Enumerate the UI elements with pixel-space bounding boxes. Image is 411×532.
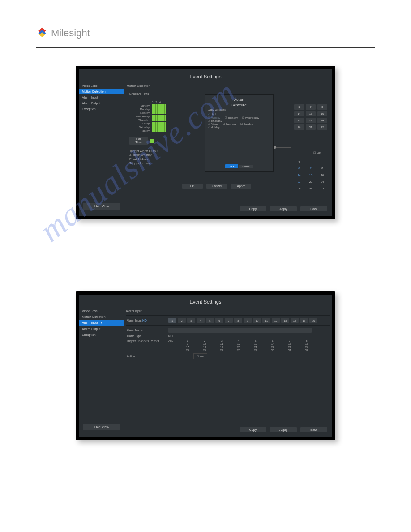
schedule-bar[interactable]: [152, 125, 166, 129]
sidebar: Video Loss Motion Detection Alarm Input …: [79, 308, 124, 425]
dialog-ok-button[interactable]: OK ▸: [225, 164, 238, 168]
sidebar-item-alarm-output[interactable]: Alarm Output: [79, 326, 124, 332]
app-title: Event Settings: [79, 69, 332, 83]
alarm-name-label: Alarm Name: [126, 329, 168, 332]
all-checkbox[interactable]: ALL: [212, 113, 217, 116]
schedule-dialog: Action Schedule Copy Weekday ☑ALL ☐ Mond…: [205, 94, 274, 172]
main-panel: Alarm Input Alarm Input NO 1 2 3 4 5 6 7: [124, 308, 332, 425]
trigger-channels-label: Trigger Channels Record: [126, 339, 168, 343]
copy-button[interactable]: Copy: [240, 206, 266, 211]
schedule-bar[interactable]: [152, 104, 166, 107]
screenshot-1: Event Settings Video Loss Motion Detecti…: [76, 66, 335, 219]
alarm-type-value[interactable]: NO: [168, 335, 173, 338]
section-header: Alarm Input: [126, 308, 330, 314]
schedule-bar[interactable]: [152, 115, 166, 118]
doc-header: Milesight: [36, 27, 375, 48]
brand-name: Milesight: [51, 27, 90, 39]
alarm-input-selector: 1 2 3 4 5 6 7 8 9 10 11 12 13: [168, 318, 317, 323]
schedule-bar[interactable]: [152, 122, 166, 125]
channel-grid-top: 678 141516 222324 303132: [294, 104, 327, 131]
sidebar: Video Loss Motion Detection Alarm Input …: [79, 83, 124, 204]
alarm-type-label: Alarm Type: [126, 335, 168, 338]
cancel-button[interactable]: Cancel: [206, 184, 227, 189]
sidebar-item-alarm-input[interactable]: Alarm Input: [79, 94, 124, 100]
section-header: Motion Detection: [127, 83, 329, 89]
main-panel: Motion Detection Effective Time 0 2 4 Su…: [124, 83, 332, 204]
app-title: Event Settings: [79, 295, 332, 308]
dialog-action-title: Action: [208, 98, 270, 102]
sidebar-item-video-loss[interactable]: Video Loss: [79, 308, 124, 314]
sensitivity-slider-thumb[interactable]: [273, 146, 276, 149]
channel-grid: 12345678 910111213141516 171819202122232…: [181, 339, 313, 352]
back-button[interactable]: Back: [300, 427, 327, 432]
screenshot-2: Event Settings Video Loss Motion Detecti…: [76, 291, 335, 440]
apply-button[interactable]: Apply: [270, 427, 297, 432]
sensitivity-value: 5: [325, 145, 326, 148]
schedule-bar[interactable]: [152, 107, 166, 111]
effective-time-label: Effective Time: [127, 92, 154, 95]
edit-time-button[interactable]: Edit Time: [129, 137, 148, 145]
live-view-button[interactable]: Live View: [83, 203, 120, 210]
channel-grid-bottom: 4 678 141516 222324 303132: [294, 159, 327, 193]
apply-button[interactable]: Apply: [270, 206, 297, 211]
schedule-color-indicator: [150, 139, 154, 143]
all-label[interactable]: ALL: [168, 339, 181, 342]
sidebar-item-alarm-input[interactable]: Alarm Input ▸: [79, 320, 124, 326]
ok-button[interactable]: OK: [182, 184, 203, 189]
copy-weekday-label: Copy Weekday: [208, 108, 270, 111]
sidebar-item-motion-detection[interactable]: Motion Detection: [79, 89, 124, 94]
sidebar-item-video-loss[interactable]: Video Loss: [79, 83, 124, 89]
live-view-button[interactable]: Live View: [83, 424, 120, 430]
action-label: Action: [126, 355, 168, 358]
schedule-bar[interactable]: [152, 111, 166, 114]
edit-link[interactable]: ☐ Edit: [313, 151, 321, 154]
sidebar-item-alarm-output[interactable]: Alarm Output: [79, 100, 124, 106]
milesight-logo-icon: [36, 27, 48, 39]
sidebar-item-exception[interactable]: Exception: [79, 332, 124, 338]
back-button[interactable]: Back: [300, 206, 327, 211]
edit-button[interactable]: ☐ Edit: [193, 353, 207, 359]
brand-logo: Milesight: [36, 27, 90, 39]
schedule-bar[interactable]: [152, 129, 166, 132]
dialog-schedule-title: Schedule: [208, 103, 270, 107]
schedule-bar[interactable]: [152, 118, 166, 121]
apply-button[interactable]: Apply: [231, 184, 251, 189]
sidebar-item-motion-detection[interactable]: Motion Detection: [79, 314, 124, 320]
dialog-cancel-button[interactable]: Cancel: [239, 165, 253, 168]
alarm-name-input[interactable]: [168, 328, 312, 333]
sidebar-item-exception[interactable]: Exception: [79, 106, 124, 112]
copy-button[interactable]: Copy: [240, 427, 266, 432]
